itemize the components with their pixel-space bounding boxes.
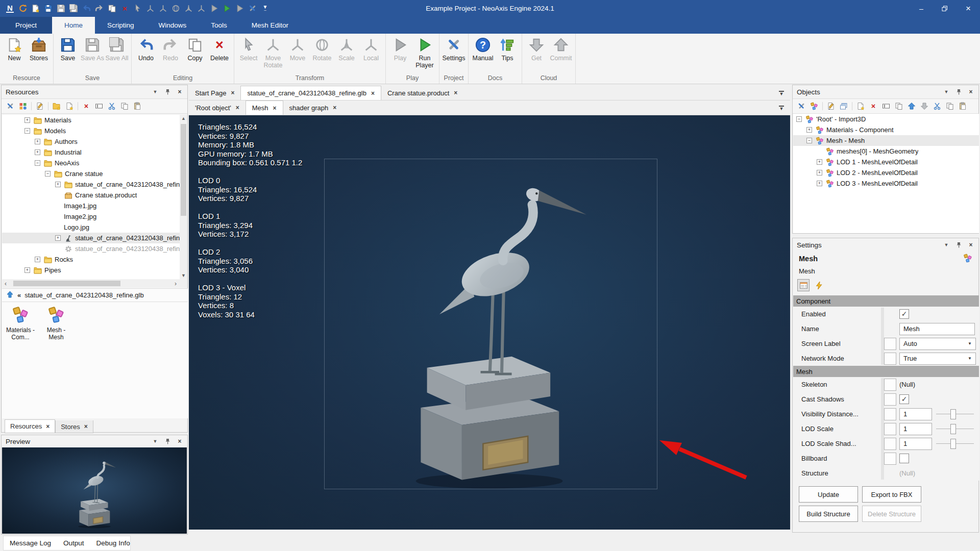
windows-icon[interactable] [839, 102, 848, 111]
options-icon[interactable] [797, 102, 806, 111]
close-icon[interactable]: × [967, 88, 974, 95]
document-tab-shader-graph[interactable]: shader graph× [283, 101, 343, 115]
expand-icon[interactable]: + [817, 181, 822, 186]
ribbon-button-redo[interactable]: Redo [158, 35, 183, 62]
breadcrumb-back-icon[interactable]: « [17, 291, 21, 299]
close-icon[interactable]: × [454, 89, 457, 96]
ribbon-button-commit[interactable]: Commit [549, 35, 573, 62]
slider-thumb[interactable] [950, 439, 956, 449]
tree-row[interactable]: Crane statue.product [2, 190, 180, 201]
number-field[interactable]: 1 [899, 423, 932, 435]
expand-icon[interactable]: + [35, 149, 40, 155]
update-button[interactable]: Update [799, 486, 858, 503]
tree-row[interactable]: Image1.jpg [2, 201, 180, 211]
ribbon-button-undo[interactable]: Undo [134, 35, 158, 62]
text-field[interactable]: Mesh [899, 323, 975, 335]
ribbon-button-local[interactable]: Local [359, 35, 383, 62]
sync-icon[interactable] [18, 4, 28, 13]
tree-row[interactable]: −Mesh - Mesh [793, 135, 979, 146]
redo-icon[interactable] [94, 4, 104, 13]
rotate-icon[interactable] [171, 4, 181, 13]
events-icon[interactable] [813, 279, 825, 291]
scroll-down-icon[interactable]: ▼ [180, 272, 187, 279]
bottom-tab-message-log[interactable]: Message Log [10, 539, 51, 547]
cut-icon[interactable] [933, 102, 942, 111]
cut-icon[interactable] [107, 102, 116, 111]
close-icon[interactable]: × [236, 104, 239, 111]
close-icon[interactable]: × [273, 105, 277, 112]
resources-tree-hscrollbar[interactable]: ‹ › [2, 280, 187, 287]
tree-row[interactable]: +Rocks [2, 254, 180, 265]
checkbox[interactable]: ✓ [899, 394, 909, 404]
tree-row[interactable]: +LOD 3 - MeshLevelOfDetail [793, 178, 979, 189]
close-icon[interactable]: × [176, 88, 183, 95]
settings-icon[interactable] [248, 4, 257, 13]
tree-row[interactable]: +Industrial [2, 147, 180, 158]
close-icon[interactable]: × [967, 241, 974, 248]
undo-icon[interactable] [82, 4, 91, 13]
collapse-icon[interactable]: − [45, 171, 51, 177]
pin-icon[interactable] [164, 89, 171, 95]
tree-row[interactable]: −NeoAxis [2, 158, 180, 168]
panel-menu-icon[interactable]: ▼ [152, 439, 159, 444]
expand-icon[interactable]: + [817, 170, 822, 176]
hscrollbar-thumb[interactable] [13, 281, 120, 286]
tree-row[interactable]: −Models [2, 126, 180, 136]
ribbon-button-new[interactable]: New [2, 35, 27, 62]
move-icon[interactable] [158, 4, 168, 13]
new-file-icon[interactable] [31, 4, 40, 13]
rename-icon[interactable] [881, 102, 891, 111]
close-icon[interactable]: × [231, 89, 234, 96]
close-icon[interactable]: × [46, 423, 50, 430]
expand-icon[interactable]: + [35, 139, 40, 144]
move-rotate-icon[interactable] [145, 4, 155, 13]
run-alt-icon[interactable] [235, 4, 244, 13]
delete-icon[interactable]: × [869, 102, 878, 111]
collapse-icon[interactable]: − [35, 160, 40, 166]
default-value-box[interactable] [884, 423, 896, 435]
tree-row[interactable]: meshes[0] - MeshGeometry [793, 146, 979, 157]
tree-row[interactable]: Image2.jpg [2, 211, 180, 222]
document-tab-crane-statue-product[interactable]: Crane statue.product× [381, 86, 463, 100]
expand-icon[interactable]: + [24, 267, 30, 273]
tree-row[interactable]: +statue_of_crane_0423120438_refine.glb [2, 179, 180, 190]
ribbon-button-stores[interactable]: Stores [27, 35, 51, 62]
document-tab-root-object[interactable]: 'Root object'× [189, 101, 246, 115]
default-value-box[interactable] [884, 353, 896, 365]
tab-list-icon[interactable]: ▼ [778, 106, 785, 110]
ribbon-tab-tools[interactable]: Tools [199, 17, 239, 34]
ribbon-button-manual[interactable]: ?Manual [471, 35, 495, 62]
play-icon[interactable] [209, 4, 219, 13]
ribbon-button-select[interactable]: Select [236, 35, 261, 62]
ribbon-button-rotate[interactable]: Rotate [310, 35, 334, 62]
ribbon-button-move-rotate[interactable]: Move Rotate [261, 35, 285, 69]
ribbon-button-get[interactable]: Get [524, 35, 549, 62]
default-value-box[interactable] [884, 453, 896, 465]
ribbon-button-delete[interactable]: ×Delete [207, 35, 232, 62]
run-player-icon[interactable] [222, 4, 232, 13]
close-icon[interactable]: × [84, 423, 88, 430]
local-icon[interactable] [197, 4, 206, 13]
tree-row[interactable]: statue_of_crane_0423120438_refine.glb [2, 243, 180, 254]
close-icon[interactable]: × [333, 104, 336, 111]
content-item-mesh-mesh[interactable]: Mesh - Mesh [40, 306, 72, 341]
close-button[interactable]: × [957, 0, 980, 17]
expand-icon[interactable]: + [806, 127, 812, 133]
ribbon-button-scale[interactable]: Scale [334, 35, 359, 62]
ribbon-button-save-all[interactable]: Save All [105, 35, 129, 62]
expand-icon[interactable]: + [24, 117, 30, 123]
edit-icon[interactable] [35, 102, 44, 111]
number-field[interactable]: 1 [899, 408, 932, 420]
delete-icon[interactable]: × [82, 102, 91, 111]
default-value-box[interactable] [884, 379, 896, 391]
ribbon-tab-project[interactable]: Project [0, 17, 52, 34]
ribbon-button-copy[interactable]: Copy [183, 35, 207, 62]
slider[interactable] [936, 438, 974, 450]
scroll-right-icon[interactable]: › [172, 280, 179, 287]
bottom-tab-output[interactable]: Output [63, 539, 84, 547]
dock-tab-stores[interactable]: Stores× [55, 420, 93, 433]
pin-icon[interactable] [955, 89, 962, 95]
ribbon-tab-scripting[interactable]: Scripting [95, 17, 146, 34]
tree-row[interactable]: +Authors [2, 136, 180, 147]
panel-menu-icon[interactable]: ▼ [152, 89, 159, 94]
